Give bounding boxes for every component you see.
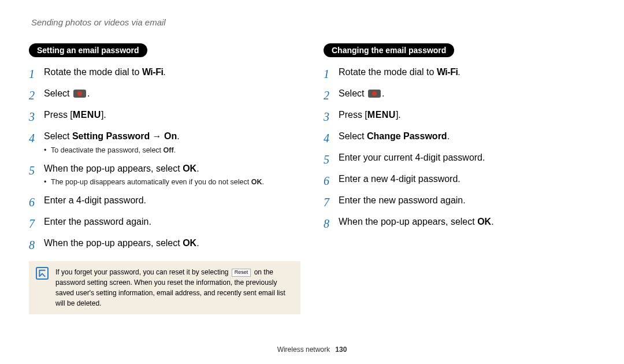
substeps: The pop-up disappears automatically even… bbox=[44, 176, 300, 190]
step-row: 8 When the pop-up appears, select OK. bbox=[324, 215, 595, 233]
note-text: If you forget your password, you can res… bbox=[55, 267, 292, 309]
steps-list-changing: 1 Rotate the mode dial to Wi-Fi. 2 Selec… bbox=[324, 65, 595, 233]
manual-page: Sending photos or videos via email Setti… bbox=[0, 0, 624, 364]
step-number: 1 bbox=[324, 65, 339, 83]
step-body: When the pop-up appears, select OK. bbox=[44, 236, 300, 251]
step-number: 4 bbox=[324, 129, 339, 147]
step-row: 7 Enter the password again. bbox=[29, 215, 300, 233]
substep: The pop-up disappears automatically even… bbox=[44, 177, 300, 188]
step-number: 5 bbox=[324, 151, 339, 169]
step-number: 3 bbox=[29, 108, 44, 126]
step-body: Select . bbox=[44, 87, 300, 101]
wifi-label: Wi-Fi bbox=[142, 67, 163, 77]
step-row: 6 Enter a 4-digit password. bbox=[29, 194, 300, 211]
step-body: Enter a 4-digit password. bbox=[44, 194, 300, 208]
step-row: 4 Select Change Password. bbox=[324, 129, 595, 147]
step-number: 8 bbox=[324, 215, 339, 233]
substep: To deactivate the password, select Off. bbox=[44, 145, 300, 156]
step-body: Rotate the mode dial to Wi-Fi. bbox=[44, 65, 300, 80]
heading-pill-setting: Setting an email password bbox=[29, 43, 147, 57]
step-number: 5 bbox=[29, 162, 44, 180]
step-row: 3 Press [MENU]. bbox=[29, 108, 300, 126]
step-body: Select Setting Password → On. To deactiv… bbox=[44, 129, 300, 158]
step-number: 8 bbox=[29, 236, 44, 254]
reset-key: Reset bbox=[232, 269, 251, 277]
footer-page-number: 130 bbox=[335, 346, 347, 354]
page-title: Sending photos or videos via email bbox=[31, 17, 595, 27]
step-body: When the pop-up appears, select OK. bbox=[339, 215, 595, 229]
note-icon bbox=[36, 267, 49, 280]
page-footer: Wireless network 130 bbox=[0, 346, 624, 354]
step-body: Select . bbox=[339, 87, 595, 101]
email-icon bbox=[73, 90, 86, 98]
step-number: 4 bbox=[29, 129, 44, 147]
step-body: Press [MENU]. bbox=[339, 108, 595, 122]
step-body: Rotate the mode dial to Wi-Fi. bbox=[339, 65, 595, 80]
step-row: 5 When the pop-up appears, select OK. Th… bbox=[29, 162, 300, 191]
step-number: 3 bbox=[324, 108, 339, 126]
step-body: Enter the new password again. bbox=[339, 194, 595, 208]
menu-key: MENU bbox=[73, 110, 101, 120]
step-number: 7 bbox=[29, 215, 44, 233]
substeps: To deactivate the password, select Off. bbox=[44, 144, 300, 158]
step-body: Enter the password again. bbox=[44, 215, 300, 229]
col-setting-password: Setting an email password 1 Rotate the m… bbox=[29, 43, 300, 314]
columns: Setting an email password 1 Rotate the m… bbox=[29, 43, 595, 314]
step-row: 1 Rotate the mode dial to Wi-Fi. bbox=[324, 65, 595, 83]
step-number: 2 bbox=[324, 87, 339, 105]
step-body: Enter your current 4-digit password. bbox=[339, 151, 595, 165]
step-row: 3 Press [MENU]. bbox=[324, 108, 595, 126]
step-number: 6 bbox=[324, 172, 339, 190]
step-body: Press [MENU]. bbox=[44, 108, 300, 122]
step-row: 1 Rotate the mode dial to Wi-Fi. bbox=[29, 65, 300, 83]
step-row: 6 Enter a new 4-digit password. bbox=[324, 172, 595, 190]
step-row: 4 Select Setting Password → On. To deact… bbox=[29, 129, 300, 158]
step-body: Select Change Password. bbox=[339, 129, 595, 144]
steps-list-setting: 1 Rotate the mode dial to Wi-Fi. 2 Selec… bbox=[29, 65, 300, 254]
email-icon bbox=[368, 90, 381, 98]
step-row: 2 Select . bbox=[29, 87, 300, 105]
note-box: If you forget your password, you can res… bbox=[29, 261, 300, 314]
step-row: 8 When the pop-up appears, select OK. bbox=[29, 236, 300, 254]
heading-pill-changing: Changing the email password bbox=[324, 43, 454, 57]
step-body: When the pop-up appears, select OK. The … bbox=[44, 162, 300, 191]
step-row: 5 Enter your current 4-digit password. bbox=[324, 151, 595, 169]
col-changing-password: Changing the email password 1 Rotate the… bbox=[324, 43, 595, 314]
step-body: Enter a new 4-digit password. bbox=[339, 172, 595, 187]
wifi-label: Wi-Fi bbox=[437, 67, 458, 77]
step-number: 1 bbox=[29, 65, 44, 83]
step-number: 2 bbox=[29, 87, 44, 105]
menu-key: MENU bbox=[367, 110, 396, 120]
step-number: 7 bbox=[324, 194, 339, 211]
step-number: 6 bbox=[29, 194, 44, 211]
footer-section: Wireless network bbox=[277, 346, 330, 354]
step-row: 2 Select . bbox=[324, 87, 595, 105]
step-row: 7 Enter the new password again. bbox=[324, 194, 595, 211]
